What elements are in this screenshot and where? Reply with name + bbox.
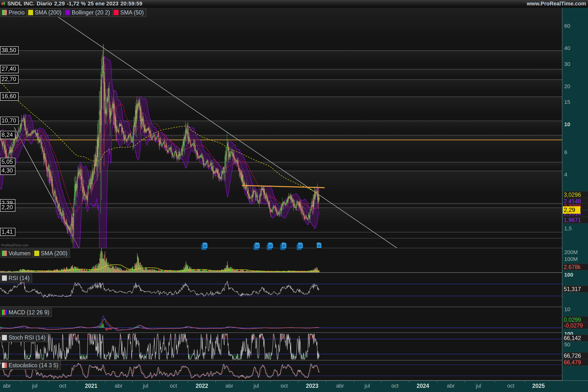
- news-document-icon[interactable]: [266, 242, 275, 252]
- axis-tick: [243, 381, 243, 383]
- stoch-rsi-legend: Stoch RSI (14): [0, 333, 48, 342]
- news-document-icon[interactable]: [253, 242, 262, 252]
- axis-tick: [21, 381, 21, 383]
- axis-tick-label: 1,5: [564, 226, 572, 232]
- price-level-label: 1,41: [0, 228, 16, 236]
- rsi-legend: RSI (14): [0, 274, 32, 282]
- axis-month-label: abr: [3, 383, 11, 389]
- axis-month-label: oct: [170, 383, 177, 389]
- instrument-title: SNDL INC. Diario 2,29 -1,72 % 25 ene 202…: [0, 0, 142, 7]
- indicator-value-box: 66,726: [563, 352, 588, 359]
- sma200-legend-chip[interactable]: SMA (200): [33, 249, 70, 258]
- axis-tick: [132, 381, 132, 383]
- news-document-icon[interactable]: [201, 242, 209, 252]
- time-label: 20:59:59: [120, 0, 142, 7]
- axis-tick: [77, 381, 77, 383]
- date-label: 25 ene 2023: [88, 0, 118, 7]
- axis-month-label: jul: [254, 383, 259, 389]
- axis-tick: [188, 381, 188, 383]
- legend-label: Stoch RSI (14): [8, 334, 46, 341]
- legend-label: Volumen: [8, 250, 30, 257]
- legend-label: SMA (200): [35, 9, 62, 16]
- axis-month-label: oct: [59, 383, 66, 389]
- axis-month-label: abr: [226, 383, 233, 389]
- axis-tick: [465, 381, 465, 383]
- indicator-value-box: 51,317: [563, 286, 588, 292]
- price-legend: PrecioSMA (200)Bollinger (20 2)SMA (50): [0, 8, 146, 17]
- bollinger-legend-chip[interactable]: Bollinger (20 2): [64, 8, 112, 17]
- axis-tick: [437, 381, 437, 383]
- legend-label: Bollinger (20 2): [72, 9, 110, 16]
- legend-label: Estocástico (14 3 5): [8, 362, 58, 369]
- axis-tick: [298, 381, 298, 383]
- legend-label: SMA (200): [41, 250, 68, 257]
- legend-label: SMA (50): [120, 9, 144, 16]
- symbol-label: SNDL INC.: [7, 0, 34, 7]
- prorealtime-window: SNDL INC. Diario 2,29 -1,72 % 25 ene 202…: [0, 0, 588, 392]
- current-price-box: 2,29: [563, 206, 580, 214]
- axis-month-label: abr: [336, 383, 344, 389]
- news-document-icon[interactable]: [296, 242, 304, 252]
- legend-label: RSI (14): [8, 275, 30, 282]
- axis-year-label: 2024: [416, 383, 429, 389]
- last-price-label: 2,29: [54, 0, 65, 7]
- axis-tick-label: 10: [564, 121, 570, 128]
- axis-tick-label: 4: [564, 172, 567, 178]
- stoch-rsi-swatch-icon: [2, 335, 7, 340]
- axis-year-label: 2021: [85, 383, 97, 389]
- price-chart-canvas[interactable]: [0, 7, 588, 380]
- axis-tick-label: 100M: [564, 256, 578, 262]
- right-axis-margin[interactable]: 604030201510641,5200M100M10010100503,029…: [562, 7, 588, 380]
- title-bar: SNDL INC. Diario 2,29 -1,72 % 25 ene 202…: [0, 0, 588, 8]
- indicator-value-box: 66,142: [563, 335, 588, 342]
- axis-month-label: abr: [447, 383, 455, 389]
- price-legend-chip[interactable]: Precio: [0, 8, 27, 17]
- volume-legend-chip[interactable]: Volumen: [0, 249, 33, 258]
- stoch-rsi-legend-chip[interactable]: Stoch RSI (14): [0, 333, 48, 342]
- price-level-label: 38,50: [0, 46, 18, 54]
- axis-year-label: 2025: [532, 383, 545, 389]
- axis-tick-label: 30: [564, 61, 570, 68]
- price-swatch-icon: [2, 10, 7, 15]
- rsi-legend-chip[interactable]: RSI (14): [0, 274, 32, 282]
- axis-year-label: 2023: [306, 383, 318, 389]
- axis-month-label: abr: [115, 383, 122, 389]
- sma50-legend-chip[interactable]: SMA (50): [112, 8, 146, 17]
- indicator-value-box: 66,479: [563, 359, 588, 366]
- news-document-icon[interactable]: [280, 242, 288, 252]
- axis-month-label: oct: [280, 383, 288, 389]
- axis-tick-label: 60: [564, 23, 570, 29]
- price-level-label: 8,24: [0, 131, 16, 139]
- axis-tick-label: 6: [564, 149, 567, 156]
- axis-tick: [326, 381, 326, 383]
- indicator-value-box: 3,0296: [563, 191, 588, 198]
- sma200-swatch-icon: [28, 10, 33, 15]
- news-document-icon[interactable]: [315, 242, 323, 252]
- price-level-label: 2,20: [0, 203, 16, 212]
- timeframe-label: Diario: [36, 0, 52, 7]
- sma200-legend-chip[interactable]: SMA (200): [27, 8, 64, 17]
- axis-tick: [495, 381, 495, 383]
- stochastic-swatch-icon: [2, 362, 7, 368]
- axis-month-label: jul: [32, 383, 38, 389]
- axis-month-label: jul: [143, 383, 148, 389]
- price-level-label: 22,70: [0, 75, 18, 83]
- price-level-label: 10,70: [0, 116, 18, 125]
- macd-legend-chip[interactable]: MACD (12 26 9): [0, 308, 52, 317]
- axis-tick-label: 15: [564, 99, 570, 105]
- axis-tick: [160, 381, 160, 383]
- axis-month-label: jul: [364, 383, 370, 389]
- time-axis[interactable]: abrjuloct2021abrjuloct2022abrjuloct2023a…: [0, 380, 588, 392]
- axis-tick: [354, 381, 354, 383]
- prorealtime-url: www.ProRealTime.com: [527, 0, 588, 7]
- price-level-label: 4,30: [0, 166, 16, 175]
- stochastic-legend-chip[interactable]: Estocástico (14 3 5): [0, 361, 61, 370]
- axis-month-label: jul: [476, 383, 481, 389]
- bollinger-swatch-icon: [65, 10, 70, 15]
- axis-month-label: oct: [391, 383, 398, 389]
- axis-tick-label: 200M: [564, 249, 578, 256]
- axis-tick-label: 50: [564, 342, 570, 348]
- macd-swatch-icon: [2, 310, 7, 315]
- chart-area: PrecioSMA (200)Bollinger (20 2)SMA (50) …: [0, 7, 588, 380]
- indicator-value-box: -0,0279: [563, 322, 588, 329]
